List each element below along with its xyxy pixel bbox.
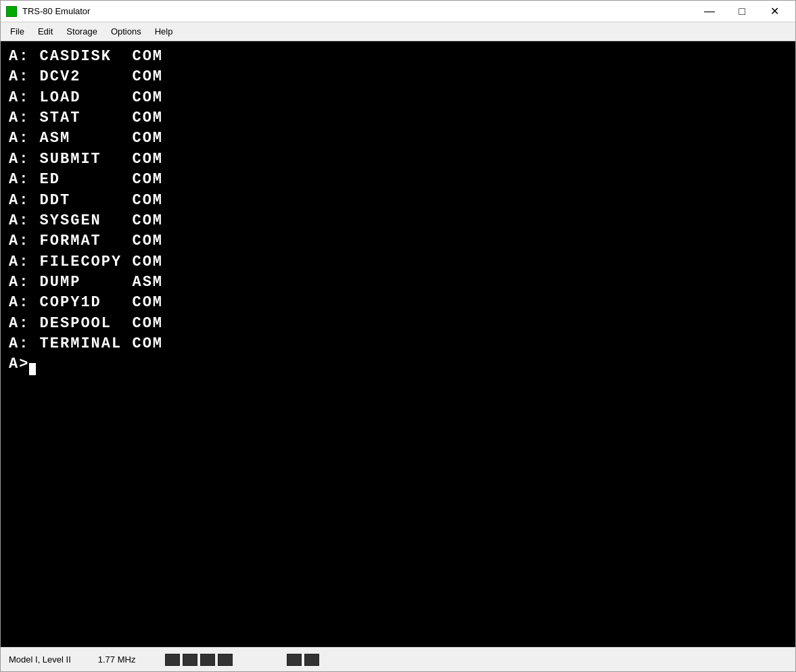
status-bar: Model I, Level II 1.77 MHz (1, 647, 795, 671)
close-button[interactable]: ✕ (759, 1, 790, 22)
menu-storage[interactable]: Storage (60, 24, 104, 39)
status-speed: 1.77 MHz (98, 654, 136, 665)
status-block-right-1 (304, 654, 319, 666)
app-icon (6, 6, 17, 17)
status-block-left-0 (165, 654, 180, 666)
maximize-button[interactable]: □ (726, 1, 757, 22)
status-block-left-1 (183, 654, 197, 666)
menu-file[interactable]: File (3, 24, 31, 39)
cursor (29, 363, 36, 375)
emulator-screen[interactable]: A: CASDISK COM A: DCV2 COM A: LOAD COM A… (1, 41, 795, 647)
minimize-button[interactable]: — (694, 1, 725, 22)
window-title: TRS-80 Emulator (22, 6, 694, 16)
status-block-right-0 (287, 654, 302, 666)
title-bar: TRS-80 Emulator — □ ✕ (1, 1, 795, 22)
status-blocks-left (165, 654, 233, 666)
status-blocks-right (287, 654, 319, 666)
status-block-left-2 (200, 654, 215, 666)
screen-output: A: CASDISK COM A: DCV2 COM A: LOAD COM A… (9, 47, 787, 375)
main-window: TRS-80 Emulator — □ ✕ File Edit Storage … (0, 0, 796, 672)
menu-options[interactable]: Options (104, 24, 148, 39)
window-controls: — □ ✕ (694, 1, 790, 22)
menu-help[interactable]: Help (148, 24, 180, 39)
menu-bar: File Edit Storage Options Help (1, 22, 795, 41)
status-model: Model I, Level II (9, 654, 71, 665)
status-block-left-3 (218, 654, 233, 666)
menu-edit[interactable]: Edit (31, 24, 60, 39)
